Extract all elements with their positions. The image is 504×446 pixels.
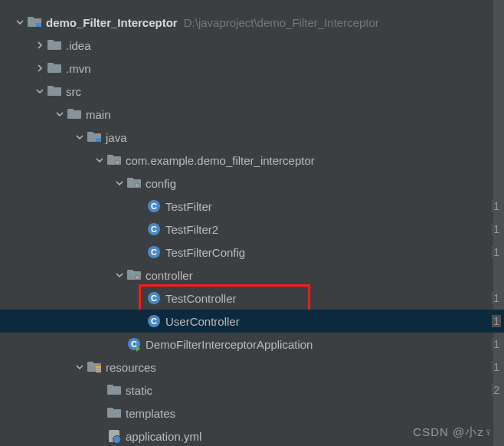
chevron-right-icon[interactable] (34, 39, 46, 51)
tree-row[interactable]: C DemoFilterInterceptorApplication 1 (0, 333, 504, 356)
tree-label: config (146, 177, 176, 190)
tree-row[interactable]: main (0, 103, 504, 126)
package-icon (127, 268, 141, 282)
chevron-down-icon[interactable] (93, 154, 106, 166)
gutter-marker: 1 (492, 200, 501, 212)
svg-rect-24 (87, 362, 93, 365)
tree-label: controller (146, 269, 193, 282)
tree-row[interactable]: C TestFilterConfig 1 (0, 241, 504, 264)
root-path: D:\javaproject\demo_Filter_Interceptor (184, 16, 379, 29)
tree-row[interactable]: C TestFilter 1 (0, 195, 504, 218)
tree-row[interactable]: controller (0, 264, 504, 287)
yml-file-icon (107, 429, 121, 443)
gutter-marker: 1 (492, 292, 501, 304)
svg-rect-1 (28, 17, 34, 20)
svg-rect-31 (107, 408, 113, 411)
folder-icon (47, 84, 61, 98)
root-label: demo_Filter_Interceptor (46, 16, 178, 29)
runnable-class-icon: C (127, 337, 141, 351)
tree-row[interactable]: src (0, 80, 504, 103)
tree-label: TestFilter2 (165, 223, 218, 236)
tree-row-root[interactable]: demo_Filter_Interceptor D:\javaproject\d… (0, 11, 504, 34)
svg-rect-13 (96, 138, 101, 142)
tree-row[interactable]: java (0, 126, 504, 149)
tree-row-usercontroller[interactable]: C UserController 1 (0, 310, 504, 333)
package-icon (127, 176, 141, 190)
tree-label: com.example.demo_filter_interceptor (126, 154, 315, 167)
tree-label: application.yml (126, 430, 201, 443)
folder-icon (28, 15, 41, 29)
gutter-marker: 1 (492, 338, 501, 350)
svg-rect-8 (47, 86, 54, 89)
project-tree[interactable]: demo_Filter_Interceptor D:\javaproject\d… (0, 0, 504, 446)
class-icon: C (147, 314, 161, 328)
tree-row[interactable]: resources 1 (0, 356, 504, 379)
chevron-down-icon[interactable] (14, 16, 26, 28)
chevron-down-icon[interactable] (54, 108, 66, 120)
svg-point-19 (135, 183, 139, 188)
svg-rect-10 (67, 109, 74, 112)
tree-label: .idea (66, 39, 91, 52)
chevron-down-icon[interactable] (34, 85, 46, 97)
tree-row[interactable]: .idea (0, 34, 504, 57)
tree-label: UserController (165, 315, 240, 328)
class-icon: C (147, 245, 161, 259)
svg-rect-2 (36, 23, 41, 27)
tree-row[interactable]: templates (0, 402, 504, 425)
tree-row[interactable]: com.example.demo_filter_interceptor (0, 149, 504, 172)
svg-point-22 (135, 275, 139, 280)
folder-icon (107, 406, 121, 420)
tree-row-testcontroller[interactable]: C TestController 1 (0, 287, 504, 310)
svg-rect-29 (107, 385, 113, 388)
tree-label: templates (126, 407, 175, 420)
tree-row[interactable]: .mvn (0, 57, 504, 80)
gutter-marker: 2 (492, 384, 501, 396)
gutter-marker: 1 (492, 246, 501, 258)
chevron-down-icon[interactable] (113, 269, 126, 281)
tree-label: TestController (165, 292, 237, 305)
tree-label: resources (106, 361, 156, 374)
tree-label: .mvn (66, 62, 91, 75)
svg-rect-15 (107, 155, 113, 158)
class-icon: C (147, 291, 161, 305)
svg-rect-26 (96, 369, 101, 370)
svg-rect-4 (47, 40, 54, 43)
chevron-down-icon[interactable] (74, 131, 86, 143)
svg-rect-27 (96, 371, 101, 372)
tree-label: DemoFilterInterceptorApplication (146, 338, 313, 351)
gutter-marker: 1 (492, 315, 501, 327)
folder-icon (107, 383, 121, 397)
package-icon (107, 153, 121, 167)
tree-row[interactable]: C TestFilter2 1 (0, 218, 504, 241)
chevron-down-icon[interactable] (113, 177, 126, 189)
gutter-marker: 1 (492, 361, 501, 373)
folder-icon (67, 107, 81, 121)
resources-folder-icon (87, 360, 101, 374)
source-folder-icon (87, 130, 101, 144)
tree-label: TestFilter (165, 200, 212, 213)
tree-label: src (66, 85, 81, 98)
chevron-down-icon[interactable] (74, 361, 86, 373)
gutter-marker: 1 (492, 223, 501, 235)
tree-label: main (86, 108, 111, 121)
svg-rect-25 (96, 366, 101, 368)
svg-rect-18 (127, 178, 133, 181)
svg-rect-6 (47, 63, 54, 66)
tree-label: TestFilterConfig (165, 246, 245, 259)
tree-label: static (126, 384, 152, 397)
svg-rect-12 (87, 132, 93, 135)
watermark: CSDN @小z♀ (413, 425, 493, 440)
class-icon: C (147, 199, 161, 213)
class-icon: C (147, 222, 161, 236)
folder-icon (47, 38, 61, 52)
tree-label: java (106, 131, 127, 144)
chevron-right-icon[interactable] (34, 62, 46, 74)
tree-row[interactable]: config (0, 172, 504, 195)
tree-row[interactable]: static 2 (0, 379, 504, 402)
svg-rect-21 (127, 270, 133, 273)
folder-icon (47, 61, 61, 75)
svg-point-16 (115, 160, 119, 165)
